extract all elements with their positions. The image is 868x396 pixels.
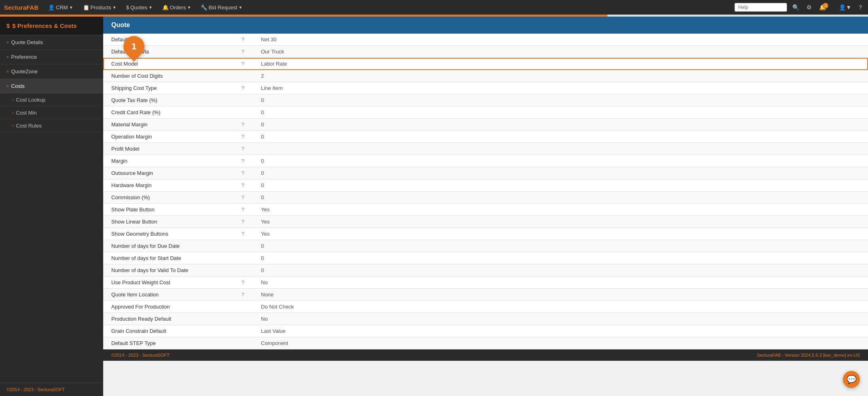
table-row: Number of days for Start Date0 xyxy=(103,252,868,264)
row-help[interactable]: ? xyxy=(233,34,253,46)
row-value: None xyxy=(253,289,868,301)
table-row: Credit Card Rate (%)0 xyxy=(103,106,868,119)
row-help[interactable]: ? xyxy=(233,277,253,289)
chat-button[interactable]: 💬 xyxy=(843,371,860,388)
row-label: Production Ready Default xyxy=(103,313,233,325)
nav-quotes[interactable]: $ Quotes ▼ xyxy=(122,3,157,12)
row-value: No xyxy=(253,277,868,289)
table-row: Material Margin?0 xyxy=(103,119,868,131)
row-help xyxy=(233,313,253,325)
row-label: Material Margin xyxy=(103,119,233,131)
chat-icon: 💬 xyxy=(847,375,857,384)
row-help xyxy=(233,337,253,349)
nav-bid-request[interactable]: 🔧 Bid Request ▼ xyxy=(197,3,246,12)
table-row: Operation Margin?0 xyxy=(103,131,868,143)
sub-arrow-icon: › xyxy=(12,123,13,128)
table-row: Profit Model? xyxy=(103,143,868,155)
row-help xyxy=(233,106,253,119)
row-label: Show Linear Button xyxy=(103,216,233,228)
row-value: 0 xyxy=(253,264,868,277)
table-row: Commission (%)?0 xyxy=(103,192,868,204)
row-label: Credit Card Rate (%) xyxy=(103,106,233,119)
row-value: Last Value xyxy=(253,325,868,337)
preferences-table: Default Term?Net 30Default Ship Via?Our … xyxy=(103,34,868,349)
row-help[interactable]: ? xyxy=(233,216,253,228)
row-value: Yes xyxy=(253,216,868,228)
bottom-bar: ©2014 - 2023 - SecturaSOFT SecturaFAB - … xyxy=(103,349,868,361)
row-value: Yes xyxy=(253,204,868,216)
sidebar-item-quotezone[interactable]: » QuoteZone xyxy=(0,64,103,79)
row-value xyxy=(253,143,868,155)
row-value: 0 xyxy=(253,240,868,252)
sidebar-sub-item-cost-min[interactable]: › Cost Min xyxy=(0,106,103,119)
row-help[interactable]: ? xyxy=(233,46,253,58)
row-help[interactable]: ? xyxy=(233,167,253,179)
arrow-icon: » xyxy=(6,55,9,59)
row-label: Quote Item Location xyxy=(103,289,233,301)
arrow-icon: » xyxy=(6,40,9,45)
row-value: 0 xyxy=(253,179,868,192)
help-search-input[interactable] xyxy=(734,3,787,12)
search-icon[interactable]: 🔍 xyxy=(790,3,801,12)
row-label: Profit Model xyxy=(103,143,233,155)
row-help[interactable]: ? xyxy=(233,131,253,143)
row-value: Do Not Check xyxy=(253,301,868,313)
row-help[interactable]: ? xyxy=(233,192,253,204)
sidebar-item-costs[interactable]: » Costs xyxy=(0,79,103,94)
row-label: Grain Constrain Default xyxy=(103,325,233,337)
row-help xyxy=(233,264,253,277)
sidebar-sub-item-cost-lookup[interactable]: › Cost Lookup xyxy=(0,94,103,106)
row-help[interactable]: ? xyxy=(233,82,253,94)
row-value: Line Item xyxy=(253,82,868,94)
row-label: Use Product Weight Cost xyxy=(103,277,233,289)
row-help xyxy=(233,70,253,82)
row-value: 0 xyxy=(253,252,868,264)
row-help[interactable]: ? xyxy=(233,289,253,301)
nav-crm[interactable]: 👤 CRM ▼ xyxy=(44,3,77,12)
row-label: Shipping Cost Type xyxy=(103,82,233,94)
row-help[interactable]: ? xyxy=(233,58,253,70)
notifications-icon[interactable]: 🔔0 xyxy=(817,3,834,12)
help-icon[interactable]: ? xyxy=(857,3,864,12)
row-help[interactable]: ? xyxy=(233,228,253,240)
table-row: Number of Cost Digits2 xyxy=(103,70,868,82)
row-value: No xyxy=(253,313,868,325)
row-help[interactable]: ? xyxy=(233,155,253,167)
sidebar-footer: ©2014 - 2023 - SecturaSOFT xyxy=(0,383,103,396)
row-label: Approved For Production xyxy=(103,301,233,313)
row-label: Number of days for Valid To Date xyxy=(103,264,233,277)
user-icon[interactable]: 👤▼ xyxy=(837,3,853,12)
sidebar-item-quote-details[interactable]: » Quote Details xyxy=(0,35,103,50)
row-help[interactable]: ? xyxy=(233,119,253,131)
row-label: Default STEP Type xyxy=(103,337,233,349)
table-row: Margin?0 xyxy=(103,155,868,167)
nav-products[interactable]: 📋 Products ▼ xyxy=(79,3,121,12)
notification-badge: 0 xyxy=(823,3,828,9)
sidebar-sub-item-cost-rules[interactable]: › Cost Rules xyxy=(0,119,103,132)
row-help[interactable]: ? xyxy=(233,179,253,192)
sidebar-item-preference[interactable]: » Preference xyxy=(0,50,103,64)
row-label: Number of days for Start Date xyxy=(103,252,233,264)
row-value: 0 xyxy=(253,192,868,204)
row-value: 0 xyxy=(253,119,868,131)
row-help[interactable]: ? xyxy=(233,204,253,216)
row-value: 0 xyxy=(253,167,868,179)
row-label: Show Plate Button xyxy=(103,204,233,216)
sub-arrow-icon: › xyxy=(12,98,13,102)
row-value: 2 xyxy=(253,70,868,82)
row-value: Component xyxy=(253,337,868,349)
settings-icon[interactable]: ⚙ xyxy=(804,3,814,12)
row-help[interactable]: ? xyxy=(233,143,253,155)
nav-orders[interactable]: 🔔 Orders ▼ xyxy=(158,3,195,12)
table-row: Number of days for Valid To Date0 xyxy=(103,264,868,277)
row-help xyxy=(233,252,253,264)
row-label: Outsource Margin xyxy=(103,167,233,179)
row-label: Operation Margin xyxy=(103,131,233,143)
row-label: Default Ship Via xyxy=(103,46,233,58)
table-row: Quote Item Location?None xyxy=(103,289,868,301)
row-value: 0 xyxy=(253,106,868,119)
table-row: Show Plate Button?Yes xyxy=(103,204,868,216)
row-label: Number of Cost Digits xyxy=(103,70,233,82)
table-row: Outsource Margin?0 xyxy=(103,167,868,179)
sub-arrow-icon: › xyxy=(12,111,13,115)
